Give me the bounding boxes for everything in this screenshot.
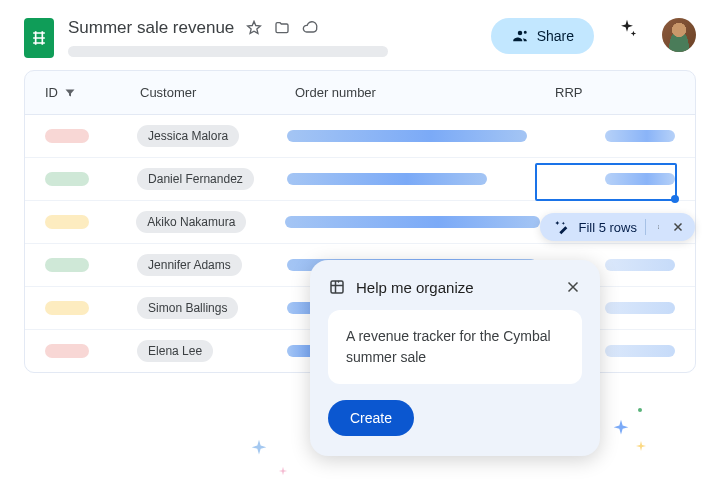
close-panel-icon[interactable]: [564, 278, 582, 296]
magic-wand-icon: [554, 219, 570, 235]
user-avatar[interactable]: [662, 18, 696, 52]
sparkle-decoration: [635, 440, 647, 452]
share-label: Share: [537, 28, 574, 44]
prompt-input[interactable]: A revenue tracker for the Cymbal summer …: [328, 310, 582, 384]
cell-id: [45, 172, 137, 186]
cell-id: [45, 344, 137, 358]
header-bar: Summer sale revenue Share: [0, 0, 720, 70]
column-rrp[interactable]: RRP: [555, 85, 675, 100]
customer-chip: Jessica Malora: [137, 125, 239, 147]
cell-order: [287, 173, 539, 185]
more-options-icon[interactable]: [645, 219, 661, 235]
customer-chip: Jennifer Adams: [137, 254, 242, 276]
panel-title: Help me organize: [356, 279, 554, 296]
customer-chip: Daniel Fernandez: [137, 168, 254, 190]
cell-customer: Akiko Nakamura: [136, 211, 285, 233]
customer-chip: Akiko Nakamura: [136, 211, 246, 233]
share-button[interactable]: Share: [491, 18, 594, 54]
document-title[interactable]: Summer sale revenue: [68, 18, 234, 38]
menu-skeleton: [68, 46, 388, 57]
table-header-row: ID Customer Order number RRP: [25, 71, 695, 115]
customer-chip: Simon Ballings: [137, 297, 238, 319]
table-row[interactable]: Jessica Malora: [25, 115, 695, 158]
sparkle-decoration: [610, 418, 632, 440]
dismiss-suggestion-icon[interactable]: [671, 220, 685, 234]
column-customer[interactable]: Customer: [140, 85, 295, 100]
svg-point-1: [658, 225, 659, 226]
column-order-number[interactable]: Order number: [295, 85, 555, 100]
cell-order: [287, 130, 539, 142]
sparkle-decoration: [248, 438, 270, 460]
smart-fill-suggestion[interactable]: Fill 5 rows: [540, 213, 695, 241]
organize-icon: [328, 278, 346, 296]
sheets-logo: [24, 18, 54, 58]
fill-label: Fill 5 rows: [578, 220, 637, 235]
column-id[interactable]: ID: [45, 85, 140, 100]
star-icon[interactable]: [246, 20, 262, 36]
cell-id: [45, 301, 137, 315]
cell-customer: Elena Lee: [137, 340, 287, 362]
cell-customer: Daniel Fernandez: [137, 168, 287, 190]
cell-customer: Simon Ballings: [137, 297, 287, 319]
fill-handle[interactable]: [671, 195, 679, 203]
cell-id: [45, 129, 137, 143]
cell-order: [285, 216, 540, 228]
people-icon: [511, 27, 529, 45]
cell-rrp: [539, 130, 675, 142]
help-me-organize-panel: Help me organize A revenue tracker for t…: [310, 260, 600, 456]
customer-chip: Elena Lee: [137, 340, 213, 362]
svg-rect-4: [331, 281, 343, 293]
folder-move-icon[interactable]: [274, 20, 290, 36]
ai-sparkle-icon[interactable]: [616, 18, 638, 40]
sparkle-decoration: [278, 466, 288, 476]
svg-point-3: [658, 228, 659, 229]
filter-icon: [64, 87, 76, 99]
svg-point-5: [638, 408, 642, 412]
cell-id: [45, 215, 136, 229]
create-button[interactable]: Create: [328, 400, 414, 436]
svg-point-2: [658, 227, 659, 228]
cell-customer: Jessica Malora: [137, 125, 287, 147]
cell-id: [45, 258, 137, 272]
cell-customer: Jennifer Adams: [137, 254, 287, 276]
selected-cell-outline: [535, 163, 677, 201]
sparkle-decoration: [636, 406, 644, 414]
cloud-status-icon[interactable]: [302, 20, 318, 36]
